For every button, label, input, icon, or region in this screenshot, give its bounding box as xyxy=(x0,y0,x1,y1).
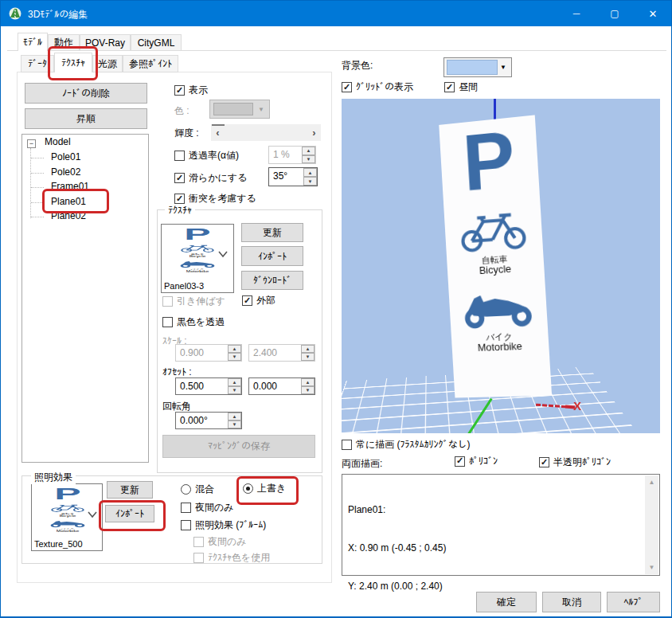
bloom-checkbox[interactable]: 照明効果 (ﾌﾞﾙｰﾑ) xyxy=(181,518,266,532)
help-button[interactable]: ﾍﾙﾌﾟ xyxy=(607,592,660,612)
model-info-panel[interactable]: Plane01: X: 0.90 m (-0.45 ; 0.45) Y: 2.4… xyxy=(342,474,660,576)
scrollbar-track xyxy=(225,124,307,141)
radio-icon xyxy=(181,484,191,495)
scroll-down-icon[interactable]: ▼ xyxy=(645,561,658,574)
spin-up-icon[interactable]: ▲ xyxy=(303,168,317,177)
daytime-checkbox[interactable]: ✓ 昼間 xyxy=(444,80,478,94)
tab-data[interactable]: ﾃﾞｰﾀ xyxy=(21,55,54,72)
spin-up-icon: ▲ xyxy=(228,345,241,353)
spin-down-icon[interactable]: ▼ xyxy=(303,177,317,186)
tree-node-model[interactable]: Model xyxy=(45,136,71,147)
app-icon xyxy=(9,7,21,20)
overwrite-radio[interactable]: 上書き xyxy=(243,482,286,495)
display-checkbox[interactable]: ✓ 表示 xyxy=(174,84,208,97)
polygon-checkbox[interactable]: ✓ ﾎﾟﾘｺﾞﾝ xyxy=(455,456,498,467)
smooth-checkbox[interactable]: ✓ 滑らかにする xyxy=(174,171,247,185)
title-bar: 3Dﾓﾃﾞﾙの編集 ─ ▢ ✕ xyxy=(1,1,671,26)
lighting-import-button[interactable]: ｲﾝﾎﾟｰﾄ xyxy=(105,505,154,522)
spin-up-icon[interactable]: ▲ xyxy=(228,378,241,386)
grid-checkbox[interactable]: ✓ ｸﾞﾘｯﾄﾞの表示 xyxy=(342,80,413,94)
checkbox-icon: ✓ xyxy=(444,82,455,92)
texture-thumbnail-label: Panel03-3 xyxy=(164,281,204,291)
texture-thumbnail[interactable]: P 自転車 Bicycle バイク Motorbike Panel03 xyxy=(161,224,234,293)
mix-radio[interactable]: 混合 xyxy=(181,483,214,496)
collision-checkbox[interactable]: ✓ 衝突を考慮する xyxy=(174,192,256,205)
tree-node-frame01[interactable]: Frame01 xyxy=(51,181,89,192)
checkbox-icon xyxy=(193,537,204,547)
spin-down-icon[interactable]: ▼ xyxy=(228,386,241,394)
lighting-update-button[interactable]: 更新 xyxy=(107,481,153,499)
tab-texture[interactable]: ﾃｸｽﾁｬ xyxy=(54,53,92,72)
spin-down-icon: ▼ xyxy=(301,353,315,361)
background-color-dropdown[interactable]: ▼ xyxy=(443,57,512,77)
external-checkbox[interactable]: ✓ 外部 xyxy=(242,294,275,307)
scale-y-spinner: 2.400 ▲▼ xyxy=(248,344,315,362)
texture-thumbnail-image: P 自転車 Bicycle バイク Motorbike xyxy=(173,226,222,273)
lighting-thumbnail-image: P 自転車 Bicycle バイク Motorbike xyxy=(43,486,92,533)
use-texture-color-checkbox: ﾃｸｽﾁｬ色を使用 xyxy=(193,551,270,565)
tab-citygml[interactable]: CityGML xyxy=(131,34,182,51)
spin-down-icon: ▼ xyxy=(228,353,241,361)
texture-update-button[interactable]: 更新 xyxy=(241,223,303,242)
minimize-button[interactable]: ─ xyxy=(557,1,596,26)
3d-preview-viewport[interactable]: P 自転車 Bicycle バイク Motorbike xyxy=(342,99,660,433)
dropdown-arrow-icon: ▼ xyxy=(258,106,264,113)
black-transparent-checkbox[interactable]: 黒色を透過 xyxy=(162,315,225,329)
rotation-spinner[interactable]: 0.000° ▲▼ xyxy=(175,412,242,429)
checkbox-icon: ✓ xyxy=(174,85,185,96)
chevron-down-icon[interactable] xyxy=(217,250,229,258)
scroll-right-icon[interactable]: › xyxy=(307,124,321,141)
background-color-swatch xyxy=(447,60,498,75)
ascending-button[interactable]: 昇順 xyxy=(25,108,147,129)
tab-action[interactable]: 動作 xyxy=(48,34,80,51)
tab-povray[interactable]: POV-Ray xyxy=(80,34,131,51)
stretch-checkbox: 引き伸ばす xyxy=(162,295,225,308)
radio-icon xyxy=(243,483,253,494)
spin-up-icon[interactable]: ▲ xyxy=(301,378,315,386)
translucent-polygon-checkbox[interactable]: ✓ 半透明ﾎﾟﾘｺﾞﾝ xyxy=(539,456,611,469)
confirm-button[interactable]: 確定 xyxy=(476,592,537,612)
sign-motorbike-en: Motorbike xyxy=(478,341,523,354)
checkbox-icon: ✓ xyxy=(455,456,465,467)
background-color-label: 背景色: xyxy=(342,59,373,72)
spin-down-icon[interactable]: ▼ xyxy=(301,386,315,394)
maximize-button[interactable]: ▢ xyxy=(596,1,634,26)
spin-down-icon[interactable]: ▼ xyxy=(228,420,241,428)
color-dropdown: ▼ xyxy=(209,100,270,119)
tree-node-pole02[interactable]: Pole02 xyxy=(51,166,80,178)
tree-connector xyxy=(31,217,44,217)
checkbox-icon: ✓ xyxy=(539,457,549,467)
alpha-checkbox[interactable]: 透過率(α値) xyxy=(174,149,239,162)
tree-node-plane02[interactable]: Plane02 xyxy=(51,210,86,221)
sign-model: P 自転車 Bicycle バイク Motorbike xyxy=(439,115,552,397)
scroll-up-icon[interactable]: ▲ xyxy=(645,475,658,489)
dropdown-arrow-icon: ▼ xyxy=(500,64,506,71)
scrollbar-thumb[interactable] xyxy=(212,124,225,126)
offset-x-spinner[interactable]: 0.500 ▲▼ xyxy=(175,377,242,395)
delete-node-button[interactable]: ﾉｰﾄﾞの削除 xyxy=(25,83,147,104)
tree-connector xyxy=(31,158,44,158)
chevron-down-icon[interactable] xyxy=(87,510,98,518)
tab-model[interactable]: ﾓﾃﾞﾙ xyxy=(18,33,48,51)
texture-import-button[interactable]: ｲﾝﾎﾟｰﾄ xyxy=(241,246,303,266)
always-draw-checkbox[interactable]: 常に描画 (ﾌﾗｽﾀﾑｶﾘﾝｸﾞなし) xyxy=(342,438,471,452)
spin-up-icon: ▲ xyxy=(302,147,315,155)
tab-light[interactable]: 光源 xyxy=(92,55,123,72)
dialog-window: 3Dﾓﾃﾞﾙの編集 ─ ▢ ✕ ﾓﾃﾞﾙ 動作 POV-Ray CityGML … xyxy=(0,0,672,618)
offset-y-spinner[interactable]: 0.000 ▲▼ xyxy=(248,377,315,395)
info-scrollbar[interactable]: ▲ ▼ xyxy=(645,475,658,574)
night-only-checkbox[interactable]: 夜間のみ xyxy=(181,501,234,514)
tree-connector xyxy=(31,202,44,203)
close-button[interactable]: ✕ xyxy=(634,1,672,26)
smooth-spinner[interactable]: 35° ▲▼ xyxy=(268,167,318,186)
scroll-left-icon[interactable]: ‹ xyxy=(211,124,225,141)
tab-refpoint[interactable]: 参照ﾎﾟｲﾝﾄ xyxy=(123,55,178,72)
checkbox-icon xyxy=(193,553,204,563)
texture-download-button[interactable]: ﾀﾞｳﾝﾛｰﾄﾞ xyxy=(241,271,303,290)
cancel-button[interactable]: 取消 xyxy=(542,592,601,612)
tree-node-pole01[interactable]: Pole01 xyxy=(51,151,80,162)
tree-node-plane01[interactable]: Plane01 xyxy=(51,196,86,207)
spin-up-icon[interactable]: ▲ xyxy=(228,413,241,420)
tree-collapse-icon[interactable]: − xyxy=(27,139,36,148)
checkbox-icon xyxy=(181,520,191,530)
